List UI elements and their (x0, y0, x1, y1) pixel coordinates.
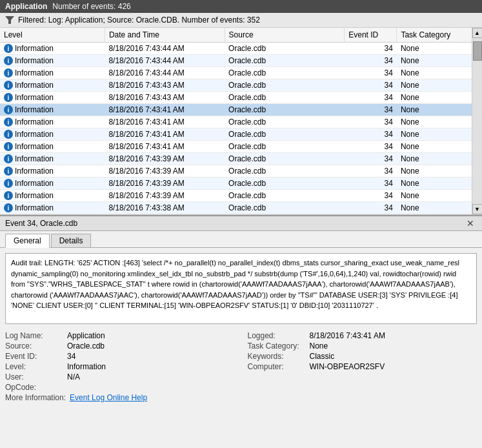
table-row[interactable]: iInformation8/18/2016 7:43:44 AMOracle.c… (0, 55, 472, 67)
table-row[interactable]: iInformation8/18/2016 7:43:39 AMOracle.c… (0, 165, 472, 178)
datetime-cell: 8/18/2016 7:43:43 AM (105, 79, 225, 92)
source-cell: Oracle.cdb (225, 141, 345, 153)
user-value: N/A (67, 372, 80, 382)
datetime-cell: 8/18/2016 7:43:43 AM (105, 92, 225, 104)
more-info-label: More Information: (5, 393, 66, 402)
source-value: Oracle.cdb (67, 341, 105, 351)
info-icon: i (4, 130, 13, 139)
keywords-label: Keywords: (248, 352, 306, 361)
level-text: Information (15, 56, 54, 65)
source-cell: Oracle.cdb (225, 202, 345, 214)
taskcategory-cell: None (397, 202, 472, 214)
table-row[interactable]: iInformation8/18/2016 7:43:39 AMOracle.c… (0, 153, 472, 165)
info-icon: i (4, 68, 13, 77)
level-text: Information (15, 167, 54, 176)
taskcategory-label: Task Category: (248, 341, 306, 351)
detail-fields-grid: Log Name: Application Source: Oracle.cdb… (5, 331, 477, 382)
source-cell: Oracle.cdb (225, 153, 345, 165)
taskcategory-cell: None (397, 55, 472, 67)
table-row[interactable]: iInformation8/18/2016 7:43:41 AMOracle.c… (0, 116, 472, 128)
detail-content: Audit trail: LENGTH: '625' ACTION :[463]… (0, 248, 482, 408)
datetime-cell: 8/18/2016 7:43:44 AM (105, 55, 225, 67)
eventid-cell: 34 (345, 141, 397, 153)
tab-general[interactable]: General (5, 234, 50, 248)
user-label: User: (5, 372, 63, 382)
table-row[interactable]: iInformation8/18/2016 7:43:41 AMOracle.c… (0, 104, 472, 116)
taskcategory-cell: None (397, 116, 472, 128)
datetime-cell: 8/18/2016 7:43:39 AM (105, 153, 225, 165)
scroll-thumb[interactable] (473, 41, 482, 61)
level-text: Information (15, 203, 54, 212)
source-cell: Oracle.cdb (225, 116, 345, 128)
source-row: Source: Oracle.cdb (5, 341, 235, 351)
svg-marker-0 (5, 16, 14, 24)
event-count: Number of events: 426 (52, 2, 130, 11)
datetime-cell: 8/18/2016 7:43:41 AM (105, 128, 225, 141)
keywords-row: Keywords: Classic (248, 351, 477, 361)
eventid-row: Event ID: 34 (5, 351, 235, 361)
level-label: Level: (5, 362, 63, 371)
source-cell: Oracle.cdb (225, 55, 345, 67)
more-info-row: More Information: Event Log Online Help (5, 392, 477, 403)
scroll-down-button[interactable]: ▼ (472, 204, 483, 214)
source-label: Source: (5, 341, 63, 351)
info-icon: i (4, 93, 13, 102)
source-cell: Oracle.cdb (225, 92, 345, 104)
table-row[interactable]: iInformation8/18/2016 7:43:41 AMOracle.c… (0, 141, 472, 153)
taskcategory-cell: None (397, 128, 472, 141)
taskcategory-cell: None (397, 67, 472, 79)
table-row[interactable]: iInformation8/18/2016 7:43:44 AMOracle.c… (0, 43, 472, 55)
eventid-cell: 34 (345, 79, 397, 92)
vertical-scrollbar[interactable]: ▲ ▼ (472, 28, 482, 214)
taskcategory-row: Task Category: None (248, 341, 477, 351)
source-cell: Oracle.cdb (225, 79, 345, 92)
title-bar: Application Number of events: 426 (0, 0, 482, 13)
table-row[interactable]: iInformation8/18/2016 7:43:43 AMOracle.c… (0, 92, 472, 104)
detail-close-button[interactable]: ✕ (464, 218, 477, 229)
keywords-value: Classic (310, 352, 335, 361)
eventid-cell: 34 (345, 43, 397, 55)
col-eventid[interactable]: Event ID (345, 28, 397, 43)
level-row: Level: Information (5, 361, 235, 372)
col-level[interactable]: Level (0, 28, 105, 43)
info-icon: i (4, 81, 13, 90)
table-row[interactable]: iInformation8/18/2016 7:43:39 AMOracle.c… (0, 178, 472, 190)
tab-details[interactable]: Details (51, 234, 92, 247)
datetime-cell: 8/18/2016 7:43:39 AM (105, 178, 225, 190)
col-datetime[interactable]: Date and Time (105, 28, 225, 43)
level-text: Information (15, 117, 54, 127)
col-taskcategory[interactable]: Task Category (397, 28, 472, 43)
log-name-value: Application (67, 331, 105, 340)
taskcategory-cell: None (397, 165, 472, 178)
info-icon: i (4, 191, 13, 200)
computer-label: Computer: (248, 362, 306, 371)
computer-value: WIN-OBPEAOR2SFV (310, 362, 385, 371)
source-cell: Oracle.cdb (225, 43, 345, 55)
table-row[interactable]: iInformation8/18/2016 7:43:41 AMOracle.c… (0, 128, 472, 141)
table-row[interactable]: iInformation8/18/2016 7:43:43 AMOracle.c… (0, 79, 472, 92)
filter-bar: Filtered: Log: Application; Source: Orac… (0, 13, 482, 28)
table-row[interactable]: iInformation8/18/2016 7:43:38 AMOracle.c… (0, 202, 472, 214)
source-cell: Oracle.cdb (225, 178, 345, 190)
audit-text-box: Audit trail: LENGTH: '625' ACTION :[463]… (5, 253, 477, 324)
col-source[interactable]: Source (225, 28, 345, 43)
info-icon: i (4, 167, 13, 176)
table-row[interactable]: iInformation8/18/2016 7:43:44 AMOracle.c… (0, 67, 472, 79)
level-text: Information (15, 105, 54, 114)
more-info-link[interactable]: Event Log Online Help (70, 393, 147, 402)
filter-icon (5, 16, 14, 24)
level-text: Information (15, 142, 54, 151)
app-name: Application (5, 2, 47, 11)
eventid-cell: 34 (345, 116, 397, 128)
source-cell: Oracle.cdb (225, 128, 345, 141)
eventid-cell: 34 (345, 153, 397, 165)
table-row[interactable]: iInformation8/18/2016 7:43:39 AMOracle.c… (0, 190, 472, 202)
scroll-up-button[interactable]: ▲ (472, 28, 483, 38)
taskcategory-cell: None (397, 178, 472, 190)
eventid-cell: 34 (345, 104, 397, 116)
detail-title: Event 34, Oracle.cdb (5, 219, 77, 228)
detail-panel: Event 34, Oracle.cdb ✕ General Details A… (0, 215, 482, 408)
eventid-cell: 34 (345, 190, 397, 202)
taskcategory-value: None (310, 341, 328, 351)
level-text: Information (15, 179, 54, 188)
